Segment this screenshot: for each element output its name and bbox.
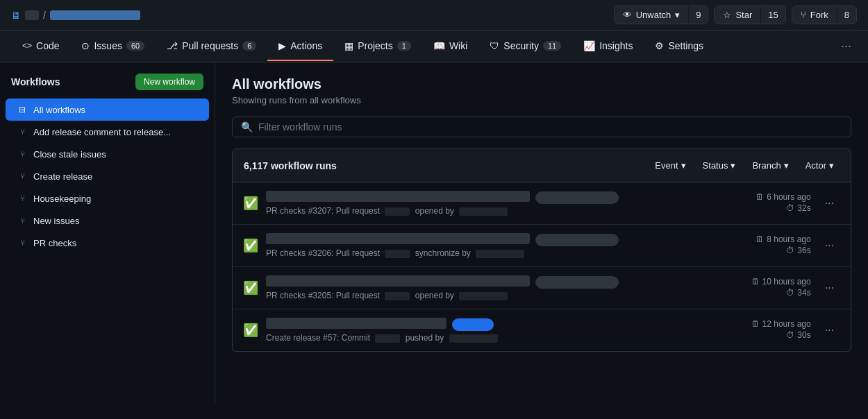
workflow-icon-6: ⑂ [17,237,28,248]
tab-projects-label: Projects [358,40,393,51]
event-chevron-icon: ▾ [681,160,686,171]
run-title [266,233,530,246]
issues-icon: ⊙ [81,40,90,51]
security-badge: 11 [543,41,561,51]
star-group: ☆ Star 15 [714,6,785,24]
tab-security[interactable]: 🛡 Security 11 [478,32,572,61]
clock-icon: ⏱ [786,330,794,340]
run-time: 🗓 6 hours ago ⏱ 32s [742,192,811,214]
new-workflow-button[interactable]: New workflow [135,74,203,90]
sidebar-header: Workflows New workflow [0,74,215,99]
calendar-icon: 🗓 [756,192,764,202]
branch-filter-button[interactable]: Branch ▾ [746,157,794,173]
run-info: PR checks #3206: Pull request synchroniz… [266,233,733,258]
run-action-label: pushed by [406,333,444,343]
actor-filter-button[interactable]: Actor ▾ [800,157,840,173]
sidebar-item-all-workflows[interactable]: ⊟ All workflows [6,99,209,121]
sidebar: Workflows New workflow ⊟ All workflows ⑂… [0,62,215,404]
repo-owner-blurred [25,10,39,20]
status-filter-label: Status [703,160,728,171]
run-branch-badge [535,276,619,289]
run-duration: ⏱ 32s [742,203,811,213]
tab-insights-label: Insights [599,40,633,51]
run-status-icon-success: ✅ [244,281,258,295]
run-more-button[interactable]: ··· [819,237,840,255]
run-more-button[interactable]: ··· [819,279,840,297]
main-layout: Workflows New workflow ⊟ All workflows ⑂… [0,62,868,404]
chevron-down-icon: ▾ [675,10,680,20]
run-duration: ⏱ 36s [742,246,811,255]
tab-insights[interactable]: 📈 Insights [572,32,644,61]
sidebar-item-create-release[interactable]: ⑂ Create release [6,165,209,187]
star-count[interactable]: 15 [761,6,785,24]
event-filter-label: Event [655,160,678,171]
repo-name-blurred [50,10,140,20]
tab-code[interactable]: <> Code [11,32,70,61]
actor-chevron-icon: ▾ [829,160,834,171]
run-workflow-label: Create release #57: Commit [266,333,370,343]
fork-count[interactable]: 8 [837,6,856,24]
nav-tabs: <> Code ⊙ Issues 60 ⎇ Pull requests 6 ▶ … [0,31,868,62]
page-title: All workflows [232,76,851,92]
sidebar-item-add-release-comment[interactable]: ⑂ Add release comment to release... [6,121,209,143]
settings-icon: ⚙ [655,40,664,51]
sidebar-item-pr-checks[interactable]: ⑂ PR checks [6,232,209,254]
tab-actions[interactable]: ▶ Actions [267,32,333,61]
run-info: PR checks #3207: Pull request opened by [266,191,733,216]
run-duration: ⏱ 30s [742,330,811,340]
star-button[interactable]: ☆ Star [715,6,760,24]
sidebar-item-all-workflows-label: All workflows [33,105,85,115]
sidebar-item-close-stale[interactable]: ⑂ Close stale issues [6,143,209,165]
table-row[interactable]: ✅ PR checks #3207: Pull request opened b… [233,182,851,225]
unwatch-group: 👁 Unwatch ▾ 9 [614,6,709,24]
tab-projects[interactable]: ▦ Projects 1 [333,32,422,61]
wiki-icon: 📖 [433,40,445,51]
table-row[interactable]: ✅ PR checks #3206: Pull request synchron… [233,225,851,267]
run-time-ago: 🗓 8 hours ago [742,234,811,244]
fork-icon: ⑂ [801,10,806,20]
run-title [266,191,530,204]
code-icon: <> [22,41,32,51]
event-filter-button[interactable]: Event ▾ [649,157,691,173]
tab-issues[interactable]: ⊙ Issues 60 [70,32,156,61]
status-chevron-icon: ▾ [731,160,735,171]
table-row[interactable]: ✅ Create release #57: Commit pushed by [233,309,851,351]
tab-wiki-label: Wiki [449,40,467,51]
run-action-label: opened by [415,291,454,300]
star-icon: ☆ [723,10,731,20]
sidebar-item-add-release-label: Add release comment to release... [33,127,171,137]
fork-button[interactable]: ⑂ Fork [792,6,837,24]
workflow-icon-5: ⑂ [17,215,28,226]
tab-pull-requests[interactable]: ⎇ Pull requests 6 [156,32,267,61]
pr-icon: ⎇ [167,40,178,51]
nav-more-button[interactable]: ··· [835,31,857,62]
sidebar-item-new-issues[interactable]: ⑂ New issues [6,210,209,232]
run-title-row [266,191,733,204]
run-more-button[interactable]: ··· [819,321,840,339]
unwatch-count[interactable]: 9 [689,6,708,24]
sidebar-title: Workflows [11,76,60,87]
projects-icon: ▦ [344,40,353,51]
search-input[interactable] [258,121,842,132]
runs-table: 6,117 workflow runs Event ▾ Status ▾ Bra… [232,148,851,352]
run-more-button[interactable]: ··· [819,194,840,212]
tab-settings[interactable]: ⚙ Settings [644,32,715,61]
tab-wiki[interactable]: 📖 Wiki [422,32,478,61]
unwatch-button[interactable]: 👁 Unwatch ▾ [615,6,689,24]
run-title-row [266,275,733,289]
status-filter-button[interactable]: Status ▾ [697,157,742,173]
actor-filter-label: Actor [806,160,826,171]
table-row[interactable]: ✅ PR checks #3205: Pull request opened b… [233,267,851,309]
sidebar-item-housekeeping[interactable]: ⑂ Housekeeping [6,187,209,210]
filter-bar: 🔍 [232,117,851,137]
tab-settings-label: Settings [668,40,703,51]
runs-count: 6,117 workflow runs [244,160,337,171]
run-workflow-label: PR checks #3207: Pull request [266,206,380,216]
tab-issues-label: Issues [94,40,122,51]
tab-pr-label: Pull requests [182,40,238,51]
top-bar: 🖥 / 👁 Unwatch ▾ 9 ☆ Star 15 ⑂ Fork [0,0,868,31]
content-area: All workflows Showing runs from all work… [215,62,868,404]
repo-monitor-icon: 🖥 [11,10,21,21]
run-title [266,275,530,289]
repo-path: 🖥 / [11,10,140,21]
